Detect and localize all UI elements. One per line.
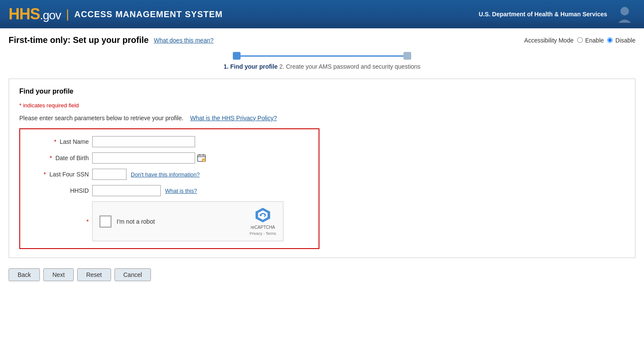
recaptcha-row: * I'm not a robot: [29, 201, 310, 241]
disable-label: Disable: [615, 37, 635, 44]
progress-area: 1. Find your profile 2. Create your AMS …: [9, 52, 635, 70]
recaptcha-box: I'm not a robot reCAPTCHA: [92, 201, 283, 241]
recaptcha-text: I'm not a robot: [117, 218, 155, 225]
reset-button[interactable]: Reset: [77, 268, 111, 281]
site-header: HHS.gov | ACCESS MANAGEMENT SYSTEM U.S. …: [0, 0, 644, 28]
search-info-text: Please enter search parameters below to …: [19, 115, 184, 121]
page-content: First-time only: Set up your profile Wha…: [0, 28, 644, 288]
accessibility-enable-label[interactable]: Enable: [577, 37, 604, 44]
page-title: First-time only: Set up your profile: [9, 35, 149, 45]
back-button[interactable]: Back: [9, 268, 40, 281]
cancel-button[interactable]: Cancel: [114, 268, 151, 281]
search-info: Please enter search parameters below to …: [19, 115, 625, 121]
header-divider: |: [66, 7, 69, 21]
ssn-label-text: Last Four SSN: [49, 171, 89, 178]
required-notice: * indicates required field: [19, 102, 625, 109]
recaptcha-logo: [255, 207, 271, 223]
progress-labels: 1. Find your profile 2. Create your AMS …: [9, 63, 635, 70]
button-bar: Back Next Reset Cancel: [9, 268, 635, 281]
gov-text: .gov: [40, 9, 61, 22]
accessibility-disable-label[interactable]: Disable: [607, 37, 635, 44]
logo-area: HHS.gov | ACCESS MANAGEMENT SYSTEM: [9, 5, 223, 23]
svg-text:↺: ↺: [203, 159, 205, 162]
hhs-text: HHS: [9, 5, 40, 23]
hhs-logo: HHS.gov: [9, 5, 61, 23]
top-bar: First-time only: Set up your profile Wha…: [9, 35, 635, 45]
recaptcha-privacy-link[interactable]: Privacy: [250, 231, 262, 236]
last-name-row: * Last Name: [29, 136, 310, 147]
enable-label: Enable: [585, 37, 604, 44]
dob-star: *: [50, 155, 52, 161]
next-button[interactable]: Next: [43, 268, 74, 281]
no-ssn-link[interactable]: Don't have this information?: [131, 171, 200, 178]
dob-row: * Date of Birth ↺: [29, 152, 310, 164]
step1-label: 1. Find your profile: [223, 63, 277, 70]
svg-point-0: [620, 7, 629, 15]
what-does-this-mean-link[interactable]: What does this mean?: [154, 37, 214, 44]
hhsid-label-text: HHSID: [70, 187, 89, 194]
recaptcha-terms-link[interactable]: Terms: [266, 231, 277, 236]
accessibility-area: Accessibility Mode Enable Disable: [524, 37, 635, 44]
form-title: Find your profile: [19, 88, 625, 95]
form-container: Find your profile * indicates required f…: [9, 79, 635, 258]
ssn-input[interactable]: [92, 169, 126, 180]
hhsid-label: HHSID: [29, 187, 89, 194]
last-name-label: * Last Name: [29, 138, 89, 145]
recaptcha-checkbox[interactable]: [99, 216, 111, 228]
calendar-icon[interactable]: ↺: [197, 153, 206, 163]
step-line: [241, 55, 403, 57]
svg-point-7: [260, 214, 262, 216]
ams-title: ACCESS MANAGEMENT SYSTEM: [74, 9, 223, 19]
last-name-label-text: Last Name: [60, 138, 89, 145]
recaptcha-brand-text: reCAPTCHA: [251, 225, 275, 230]
ssn-row: * Last Four SSN Don't have this informat…: [29, 169, 310, 180]
step1-dot: [233, 52, 241, 60]
privacy-policy-link[interactable]: What is the HHS Privacy Policy?: [190, 115, 277, 121]
recaptcha-links: Privacy - Terms: [250, 231, 276, 236]
recaptcha-required-star: *: [29, 218, 89, 225]
accessibility-label: Accessibility Mode: [524, 37, 574, 44]
hhsid-input[interactable]: [92, 185, 161, 196]
header-icon: [614, 3, 635, 25]
fields-box: * Last Name * Date of Birth: [19, 128, 319, 249]
step2-label: 2. Create your AMS password and security…: [279, 63, 420, 70]
accessibility-disable-radio[interactable]: [607, 37, 613, 43]
progress-track: [9, 52, 635, 60]
last-name-star: *: [54, 138, 56, 145]
ssn-star: *: [44, 171, 46, 178]
step2-dot: [403, 52, 411, 60]
ssn-label: * Last Four SSN: [29, 171, 89, 178]
page-title-area: First-time only: Set up your profile Wha…: [9, 35, 214, 45]
dept-name: U.S. Department of Health & Human Servic…: [478, 11, 607, 18]
hhsid-row: HHSID What is this?: [29, 185, 310, 196]
recaptcha-left: I'm not a robot: [99, 216, 155, 228]
dob-label: * Date of Birth: [29, 155, 89, 161]
recaptcha-right: reCAPTCHA Privacy - Terms: [250, 207, 276, 236]
dob-input[interactable]: [92, 152, 195, 164]
accessibility-enable-radio[interactable]: [577, 37, 583, 43]
dob-label-text: Date of Birth: [55, 155, 89, 161]
hhsid-what-link[interactable]: What is this?: [165, 188, 197, 194]
last-name-input[interactable]: [92, 136, 195, 147]
